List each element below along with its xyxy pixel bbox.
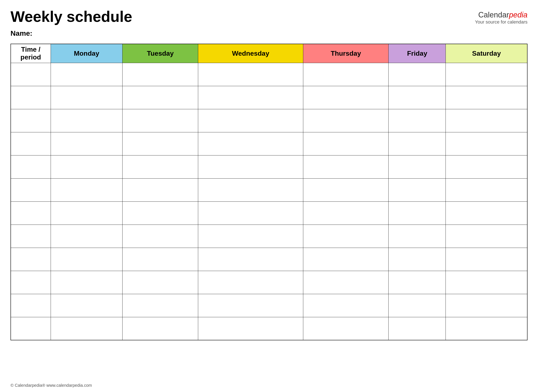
table-row [11, 317, 527, 340]
table-cell[interactable] [388, 294, 446, 317]
table-cell[interactable] [388, 201, 446, 224]
table-cell[interactable] [51, 63, 122, 86]
table-cell[interactable] [11, 271, 51, 294]
table-cell[interactable] [303, 63, 388, 86]
table-cell[interactable] [446, 201, 527, 224]
table-cell[interactable] [122, 132, 198, 155]
table-header-row: Time / period Monday Tuesday Wednesday T… [11, 44, 527, 63]
table-cell[interactable] [11, 155, 51, 178]
table-cell[interactable] [11, 86, 51, 109]
table-cell[interactable] [198, 86, 303, 109]
table-cell[interactable] [446, 86, 527, 109]
table-cell[interactable] [122, 63, 198, 86]
name-label: Name: [10, 29, 528, 37]
table-cell[interactable] [388, 224, 446, 248]
table-cell[interactable] [303, 178, 388, 201]
table-cell[interactable] [51, 155, 122, 178]
brand-tagline: Your source for calendars [475, 19, 528, 25]
table-cell[interactable] [11, 109, 51, 132]
table-cell[interactable] [198, 109, 303, 132]
table-cell[interactable] [122, 109, 198, 132]
table-cell[interactable] [303, 201, 388, 224]
table-cell[interactable] [198, 201, 303, 224]
footer-text: © Calendarpedia® www.calendarpedia.com [10, 383, 92, 388]
table-cell[interactable] [51, 248, 122, 271]
table-cell[interactable] [198, 317, 303, 340]
table-cell[interactable] [11, 224, 51, 248]
col-header-tuesday: Tuesday [122, 44, 198, 63]
table-row [11, 86, 527, 109]
table-cell[interactable] [122, 224, 198, 248]
table-cell[interactable] [11, 248, 51, 271]
table-cell[interactable] [11, 63, 51, 86]
table-row [11, 248, 527, 271]
table-cell[interactable] [303, 294, 388, 317]
table-cell[interactable] [122, 155, 198, 178]
table-cell[interactable] [446, 155, 527, 178]
table-cell[interactable] [51, 178, 122, 201]
table-cell[interactable] [51, 317, 122, 340]
table-cell[interactable] [11, 317, 51, 340]
table-cell[interactable] [388, 271, 446, 294]
brand-pedia: pedia [509, 10, 528, 19]
table-cell[interactable] [303, 109, 388, 132]
table-cell[interactable] [122, 317, 198, 340]
table-cell[interactable] [388, 317, 446, 340]
table-cell[interactable] [446, 224, 527, 248]
table-cell[interactable] [51, 294, 122, 317]
table-cell[interactable] [388, 63, 446, 86]
table-row [11, 132, 527, 155]
table-cell[interactable] [446, 248, 527, 271]
table-cell[interactable] [11, 294, 51, 317]
table-cell[interactable] [388, 109, 446, 132]
table-cell[interactable] [198, 63, 303, 86]
table-cell[interactable] [122, 86, 198, 109]
table-cell[interactable] [446, 294, 527, 317]
table-cell[interactable] [303, 86, 388, 109]
col-header-monday: Monday [51, 44, 122, 63]
table-row [11, 109, 527, 132]
table-cell[interactable] [446, 178, 527, 201]
table-cell[interactable] [388, 178, 446, 201]
table-cell[interactable] [122, 294, 198, 317]
table-cell[interactable] [122, 248, 198, 271]
table-cell[interactable] [11, 178, 51, 201]
table-cell[interactable] [51, 201, 122, 224]
table-cell[interactable] [122, 178, 198, 201]
table-cell[interactable] [303, 271, 388, 294]
table-cell[interactable] [51, 132, 122, 155]
table-cell[interactable] [303, 132, 388, 155]
table-cell[interactable] [122, 201, 198, 224]
table-cell[interactable] [11, 132, 51, 155]
table-cell[interactable] [51, 271, 122, 294]
table-cell[interactable] [198, 294, 303, 317]
table-cell[interactable] [51, 86, 122, 109]
table-row [11, 201, 527, 224]
table-cell[interactable] [122, 271, 198, 294]
table-cell[interactable] [388, 132, 446, 155]
table-cell[interactable] [51, 109, 122, 132]
table-cell[interactable] [51, 224, 122, 248]
table-cell[interactable] [11, 201, 51, 224]
col-header-saturday: Saturday [446, 44, 527, 63]
table-row [11, 155, 527, 178]
table-cell[interactable] [198, 271, 303, 294]
table-cell[interactable] [198, 155, 303, 178]
table-cell[interactable] [388, 155, 446, 178]
table-cell[interactable] [446, 109, 527, 132]
table-cell[interactable] [446, 271, 527, 294]
table-cell[interactable] [446, 132, 527, 155]
table-cell[interactable] [446, 63, 527, 86]
table-cell[interactable] [303, 155, 388, 178]
table-cell[interactable] [388, 248, 446, 271]
table-cell[interactable] [446, 317, 527, 340]
table-cell[interactable] [198, 224, 303, 248]
table-row [11, 294, 527, 317]
table-cell[interactable] [303, 224, 388, 248]
table-cell[interactable] [198, 178, 303, 201]
table-cell[interactable] [303, 317, 388, 340]
table-cell[interactable] [388, 86, 446, 109]
table-cell[interactable] [303, 248, 388, 271]
table-cell[interactable] [198, 132, 303, 155]
table-cell[interactable] [198, 248, 303, 271]
